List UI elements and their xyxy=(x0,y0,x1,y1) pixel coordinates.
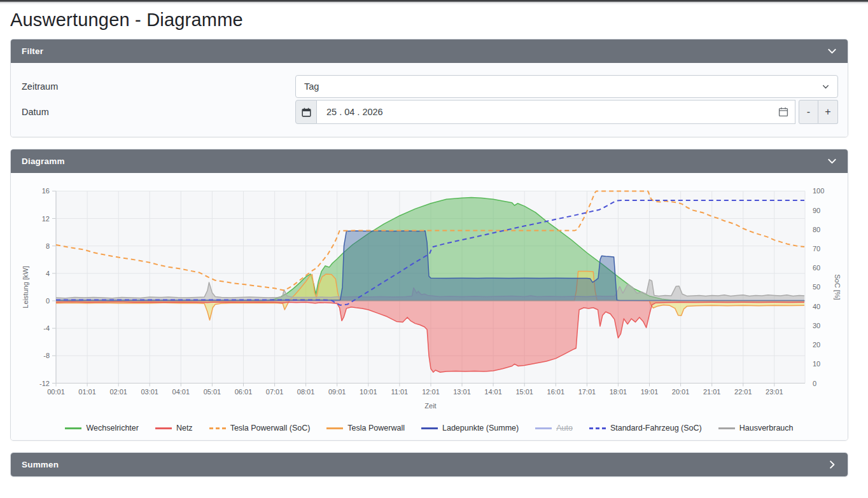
legend-label: Ladepunkte (Summe) xyxy=(442,424,519,432)
svg-text:Leistung [kW]: Leistung [kW] xyxy=(22,266,29,308)
filter-panel-body: Zeitraum Tag Datum 25 . 04 . 2026 xyxy=(11,63,848,137)
svg-text:17:01: 17:01 xyxy=(578,388,596,396)
page-title: Auswertungen - Diagramme xyxy=(10,10,858,31)
chevron-down-icon xyxy=(827,46,837,56)
chevron-right-icon xyxy=(827,460,837,469)
svg-text:Zeit: Zeit xyxy=(424,402,436,410)
filter-panel: Filter Zeitraum Tag Datum 25 . 04 . xyxy=(10,39,848,137)
legend-item-wechselrichter[interactable]: Wechselrichter xyxy=(65,424,138,432)
datum-row: Datum 25 . 04 . 2026 - + xyxy=(22,100,838,124)
legend-swatch xyxy=(718,427,735,429)
svg-text:80: 80 xyxy=(813,226,820,233)
legend-item-auto[interactable]: Auto xyxy=(535,424,573,432)
legend-item-tesla-powerwall[interactable]: Tesla Powerwall xyxy=(326,424,405,432)
svg-text:100: 100 xyxy=(813,187,824,195)
svg-text:07:01: 07:01 xyxy=(266,388,284,396)
svg-text:40: 40 xyxy=(813,303,820,310)
svg-text:70: 70 xyxy=(813,245,820,252)
zeitraum-row: Zeitraum Tag xyxy=(22,74,838,99)
svg-text:15:01: 15:01 xyxy=(515,388,533,396)
legend-swatch xyxy=(535,427,552,429)
zeitraum-label: Zeitraum xyxy=(22,81,295,92)
filter-panel-title: Filter xyxy=(22,46,43,56)
svg-text:SoC [%]: SoC [%] xyxy=(834,274,841,300)
svg-text:18:01: 18:01 xyxy=(610,388,627,396)
legend-swatch xyxy=(421,427,438,429)
svg-text:01:01: 01:01 xyxy=(78,388,96,396)
svg-text:23:01: 23:01 xyxy=(766,388,783,396)
legend-swatch xyxy=(326,427,343,429)
svg-text:4: 4 xyxy=(46,270,50,277)
legend-label: Tesla Powerwall (SoC) xyxy=(230,424,311,432)
svg-text:90: 90 xyxy=(813,207,820,214)
summen-panel: Summen xyxy=(10,452,848,477)
svg-text:04:01: 04:01 xyxy=(172,388,190,396)
datum-label: Datum xyxy=(22,107,295,117)
legend-item-ladepunkte-summe-[interactable]: Ladepunkte (Summe) xyxy=(421,424,519,432)
diagram-panel-body: 1612840-4-8-1200:0101:0102:0103:0104:010… xyxy=(11,173,848,440)
svg-text:-8: -8 xyxy=(43,352,50,359)
svg-text:50: 50 xyxy=(813,283,820,291)
svg-text:0: 0 xyxy=(813,380,816,387)
window-top-edge xyxy=(0,0,868,4)
svg-text:12:01: 12:01 xyxy=(422,388,440,396)
svg-text:21:01: 21:01 xyxy=(703,388,721,396)
chevron-down-icon xyxy=(827,156,837,166)
summen-panel-title: Summen xyxy=(22,460,59,469)
svg-text:22:01: 22:01 xyxy=(734,388,752,396)
diagram-chart[interactable]: 1612840-4-8-1200:0101:0102:0103:0104:010… xyxy=(11,181,848,418)
svg-text:60: 60 xyxy=(813,264,820,272)
date-minus-button[interactable]: - xyxy=(799,100,818,124)
svg-text:02:01: 02:01 xyxy=(109,388,127,396)
filter-panel-header[interactable]: Filter xyxy=(11,39,848,63)
svg-text:13:01: 13:01 xyxy=(453,388,471,396)
svg-text:20: 20 xyxy=(813,341,820,349)
diagram-panel: Diagramm 1612840-4-8-1200:0101:0102:0103… xyxy=(10,149,848,441)
datum-input[interactable]: 25 . 04 . 2026 xyxy=(317,100,795,124)
legend-item-hausverbrauch[interactable]: Hausverbrauch xyxy=(718,424,794,432)
svg-text:12: 12 xyxy=(42,215,50,223)
svg-text:10:01: 10:01 xyxy=(360,388,377,396)
svg-text:03:01: 03:01 xyxy=(141,388,158,396)
svg-text:19:01: 19:01 xyxy=(641,388,659,396)
summen-panel-header[interactable]: Summen xyxy=(11,453,848,476)
svg-text:10: 10 xyxy=(813,360,820,368)
diagram-panel-header[interactable]: Diagramm xyxy=(11,149,848,173)
legend-item-netz[interactable]: Netz xyxy=(155,424,193,432)
svg-text:16:01: 16:01 xyxy=(547,388,565,396)
svg-text:0: 0 xyxy=(46,297,50,305)
svg-text:16: 16 xyxy=(42,187,50,195)
svg-text:-4: -4 xyxy=(43,324,50,332)
date-plus-button[interactable]: + xyxy=(818,100,838,124)
legend-label: Hausverbrauch xyxy=(739,424,794,432)
svg-text:00:01: 00:01 xyxy=(47,388,65,396)
chart-legend: WechselrichterNetzTesla Powerwall (SoC)T… xyxy=(11,424,848,432)
svg-text:09:01: 09:01 xyxy=(328,388,346,396)
legend-swatch xyxy=(209,427,226,429)
zeitraum-select-value: Tag xyxy=(304,81,319,92)
datum-value: 25 . 04 . 2026 xyxy=(326,107,383,117)
svg-text:30: 30 xyxy=(813,322,820,329)
legend-swatch xyxy=(155,427,172,429)
select-chevron-down-icon xyxy=(822,83,829,90)
legend-label: Tesla Powerwall xyxy=(347,424,405,432)
zeitraum-select[interactable]: Tag xyxy=(295,75,838,98)
svg-text:11:01: 11:01 xyxy=(391,388,409,396)
datepicker-addon-button[interactable] xyxy=(295,100,317,124)
legend-label: Auto xyxy=(556,424,573,432)
diagram-panel-title: Diagramm xyxy=(22,156,65,166)
date-picker-icon[interactable] xyxy=(778,107,788,117)
legend-label: Standard-Fahrzeug (SoC) xyxy=(610,424,702,432)
legend-item-standard-fahrzeug-soc-[interactable]: Standard-Fahrzeug (SoC) xyxy=(589,424,702,432)
svg-text:20:01: 20:01 xyxy=(672,388,690,396)
legend-item-tesla-powerwall-soc-[interactable]: Tesla Powerwall (SoC) xyxy=(209,424,311,432)
svg-text:14:01: 14:01 xyxy=(484,388,502,396)
svg-text:06:01: 06:01 xyxy=(235,388,253,396)
svg-text:-12: -12 xyxy=(39,380,50,387)
legend-label: Netz xyxy=(176,424,193,432)
svg-text:8: 8 xyxy=(46,242,50,250)
svg-text:08:01: 08:01 xyxy=(297,388,315,396)
calendar-icon xyxy=(302,107,311,117)
legend-swatch xyxy=(65,427,81,429)
svg-text:05:01: 05:01 xyxy=(204,388,221,396)
